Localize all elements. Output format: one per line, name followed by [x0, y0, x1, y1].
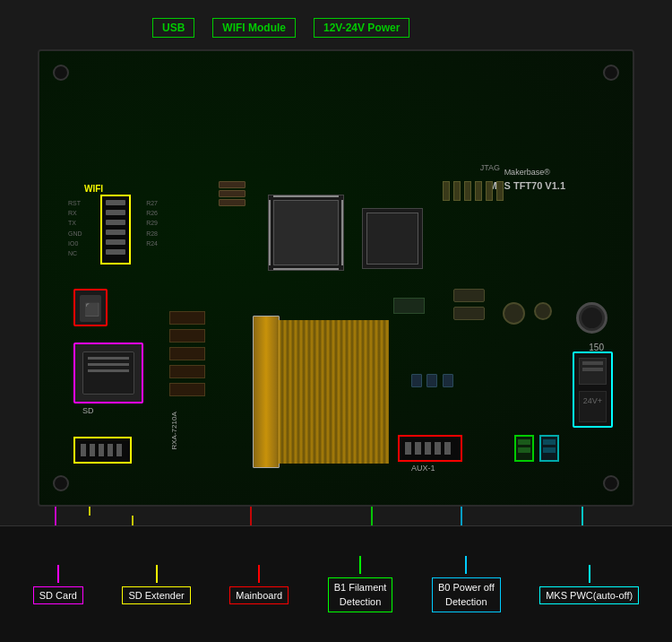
large-capacitor [576, 302, 607, 334]
sd-extender-connector [73, 437, 132, 464]
b1-connector [514, 435, 534, 462]
mainboard-bottom-label: Mainboard [229, 565, 289, 604]
aux1-label: AUX-1 [411, 464, 435, 473]
mainboard-label-text: Mainboard [229, 586, 289, 604]
fpc-connector [253, 316, 280, 468]
sd-card-slot [73, 343, 143, 403]
b0-connector [539, 435, 559, 462]
bottom-labels-area: SD Card SD Extender Mainboard B1 Filamen… [0, 525, 672, 642]
sd-extender-label-text: SD Extender [122, 586, 190, 604]
mks-pwc-label-text: MKS PWC(auto-off) [539, 586, 639, 604]
wifi-connector: RSTRXTXGNDIO0NC R27R26R29R28R24 [100, 195, 131, 265]
b1-filament-bottom-label: B1 Filament Detection [328, 556, 393, 612]
aux1-connector [398, 435, 462, 462]
main-chip-2 [362, 208, 423, 269]
fpc-label: RXA-7210A [170, 412, 178, 449]
b0-power-label-text: B0 Power off Detection [432, 577, 501, 612]
mks-pwc-bottom-label: MKS PWC(auto-off) [539, 565, 639, 604]
wifi-module-label-box: WIFI Module [212, 18, 296, 38]
main-chip-1 [268, 195, 344, 271]
board: Makerbase® MKS TFT70 V1.1 JTAG WIFI RSTR… [38, 49, 634, 507]
usb-connector: ⬛ [73, 289, 108, 326]
usb-label-box: USB [152, 18, 194, 38]
sd-card-label-text: SD Card [33, 586, 83, 604]
b0-power-bottom-label: B0 Power off Detection [432, 556, 501, 612]
jtag-label: JTAG [480, 163, 500, 172]
sd-extender-bottom-label: SD Extender [122, 565, 190, 604]
sd-board-label: SD [82, 406, 94, 415]
sd-card-bottom-label: SD Card [33, 565, 83, 604]
wifi-board-label: WIFI [84, 184, 103, 194]
power-connector: 24V+ [573, 351, 613, 428]
power-label-box: 12V-24V Power [314, 18, 409, 38]
b1-filament-label-text: B1 Filament Detection [328, 577, 393, 612]
